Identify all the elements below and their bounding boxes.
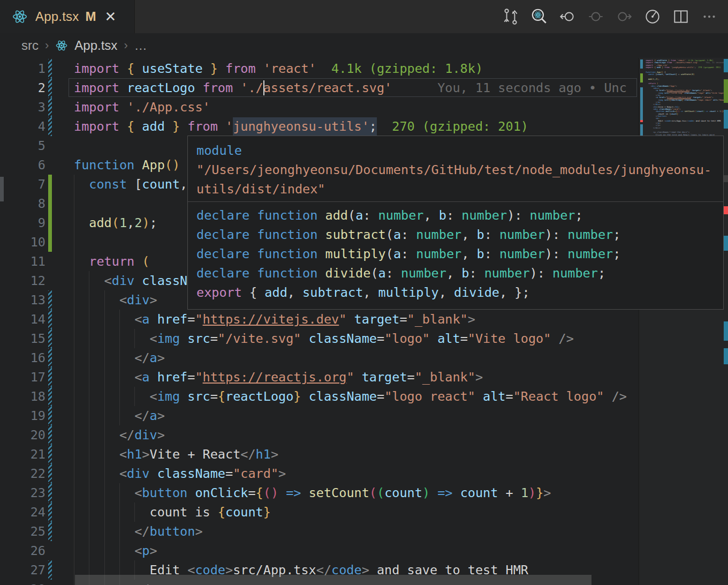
code-line[interactable]: 17 <a href="https://reactjs.org" target=… bbox=[0, 368, 728, 387]
tab-app-tsx[interactable]: App.tsx M ✕ bbox=[0, 0, 135, 33]
indent-guide bbox=[74, 232, 74, 252]
gutter-modified-indicator[interactable] bbox=[48, 78, 52, 98]
compare-changes-icon[interactable] bbox=[502, 8, 520, 26]
horizontal-scrollbar[interactable] bbox=[75, 575, 592, 585]
tab-title: App.tsx bbox=[35, 9, 79, 24]
line-number[interactable]: 11 bbox=[0, 252, 46, 271]
line-number[interactable]: 23 bbox=[0, 483, 46, 502]
gutter-modified-indicator[interactable] bbox=[48, 117, 52, 136]
line-number[interactable]: 1 bbox=[0, 59, 46, 78]
line-number[interactable]: 26 bbox=[0, 541, 46, 560]
react-devtools-search-icon[interactable] bbox=[530, 8, 548, 26]
code-line[interactable]: 4import { add } from 'junghyeonsu-utils'… bbox=[0, 117, 728, 136]
gutter-modified-indicator[interactable] bbox=[48, 483, 52, 502]
line-number[interactable]: 15 bbox=[0, 329, 46, 348]
code-line[interactable]: 25 </button> bbox=[0, 522, 728, 541]
line-number[interactable]: 4 bbox=[0, 117, 46, 136]
close-tab-icon[interactable]: ✕ bbox=[104, 10, 116, 24]
code-line[interactable]: 15 <img src="/vite.svg" className="logo"… bbox=[0, 329, 728, 348]
ruler-mark bbox=[724, 175, 728, 182]
line-number[interactable]: 10 bbox=[0, 232, 46, 252]
code-line[interactable]: 26 <p> bbox=[0, 541, 728, 560]
line-number[interactable]: 24 bbox=[0, 502, 46, 522]
line-number[interactable]: 6 bbox=[0, 155, 46, 175]
tooltip-line: declare function multiply(a: number, b: … bbox=[196, 244, 715, 264]
gutter-modified-indicator[interactable] bbox=[48, 310, 52, 329]
gutter-modified-indicator[interactable] bbox=[48, 329, 52, 348]
code-line[interactable]: 18 <img src={reactLogo} className="logo … bbox=[0, 387, 728, 406]
line-number[interactable]: 9 bbox=[0, 213, 46, 232]
code-text: </div> bbox=[74, 425, 165, 445]
overview-ruler[interactable] bbox=[724, 58, 728, 585]
gutter-modified-indicator[interactable] bbox=[48, 560, 52, 580]
tooltip-line: module bbox=[196, 141, 715, 160]
line-number[interactable]: 28 bbox=[0, 580, 46, 585]
tooltip-line: declare function subtract(a: number, b: … bbox=[196, 225, 715, 244]
line-number[interactable]: 14 bbox=[0, 310, 46, 329]
line-number[interactable]: 7 bbox=[0, 175, 46, 194]
minimap-change-bar bbox=[640, 120, 643, 122]
line-number[interactable]: 25 bbox=[0, 522, 46, 541]
line-number[interactable]: 21 bbox=[0, 445, 46, 464]
gutter-added-indicator[interactable] bbox=[48, 194, 52, 213]
minimap-change-bar bbox=[640, 59, 643, 69]
gutter-modified-indicator[interactable] bbox=[48, 290, 52, 310]
gutter-modified-indicator[interactable] bbox=[48, 98, 52, 117]
code-text: return ( bbox=[74, 252, 150, 271]
line-number[interactable]: 13 bbox=[0, 290, 46, 310]
line-number[interactable]: 3 bbox=[0, 98, 46, 117]
line-number[interactable]: 12 bbox=[0, 271, 46, 290]
step-over-icon[interactable] bbox=[615, 8, 633, 26]
code-line[interactable]: 2import reactLogo from './assets/react.s… bbox=[0, 78, 728, 98]
code-line[interactable]: 16 </a> bbox=[0, 348, 728, 368]
tab-bar: App.tsx M ✕ bbox=[0, 0, 728, 33]
gutter-modified-indicator[interactable] bbox=[48, 502, 52, 522]
breadcrumb-item-symbol[interactable]: … bbox=[134, 38, 147, 53]
gutter-added-indicator[interactable] bbox=[48, 232, 52, 252]
gutter-modified-indicator[interactable] bbox=[48, 425, 52, 445]
gutter-modified-indicator[interactable] bbox=[48, 387, 52, 406]
chevron-right-icon: › bbox=[124, 39, 127, 52]
line-number[interactable]: 20 bbox=[0, 425, 46, 445]
left-sash-handle[interactable] bbox=[0, 177, 4, 201]
code-line[interactable]: 14 <a href="https://vitejs.dev" target="… bbox=[0, 310, 728, 329]
line-number[interactable]: 17 bbox=[0, 368, 46, 387]
code-line[interactable]: 3import './App.css' bbox=[0, 98, 728, 117]
gutter-modified-indicator[interactable] bbox=[48, 464, 52, 483]
line-number[interactable]: 8 bbox=[0, 194, 46, 213]
gutter-modified-indicator[interactable] bbox=[48, 522, 52, 541]
gutter-modified-indicator[interactable] bbox=[48, 368, 52, 387]
line-number[interactable]: 18 bbox=[0, 387, 46, 406]
record-dot-icon[interactable] bbox=[587, 8, 605, 26]
gutter-modified-indicator[interactable] bbox=[48, 445, 52, 464]
profile-timer-icon[interactable] bbox=[643, 8, 662, 26]
code-line[interactable]: 20 </div> bbox=[0, 425, 728, 445]
gutter-modified-indicator[interactable] bbox=[48, 59, 52, 78]
line-number[interactable]: 2 bbox=[0, 78, 46, 98]
code-line[interactable]: 24 count is {count} bbox=[0, 502, 728, 522]
hover-tooltip: module"/Users/jeonghyeonsu/Documents/Git… bbox=[187, 136, 724, 310]
breadcrumb: src › App.tsx › … bbox=[0, 33, 728, 58]
breadcrumb-item-src[interactable]: src bbox=[21, 38, 39, 53]
line-number[interactable]: 22 bbox=[0, 464, 46, 483]
gutter-modified-indicator[interactable] bbox=[48, 406, 52, 425]
breadcrumb-item-file[interactable]: App.tsx bbox=[74, 38, 117, 53]
line-number[interactable]: 5 bbox=[0, 136, 46, 155]
code-text: <a href="https://reactjs.org" target="_b… bbox=[74, 368, 483, 387]
gutter-modified-indicator[interactable] bbox=[48, 348, 52, 368]
gutter-added-indicator[interactable] bbox=[48, 175, 52, 194]
line-number[interactable]: 19 bbox=[0, 406, 46, 425]
code-line[interactable]: 23 <button onClick={() => setCount((coun… bbox=[0, 483, 728, 502]
code-text: import { add } from 'junghyeonsu-utils';… bbox=[74, 117, 528, 136]
gutter-added-indicator[interactable] bbox=[48, 213, 52, 232]
code-line[interactable]: 19 </a> bbox=[0, 406, 728, 425]
step-back-icon[interactable] bbox=[558, 8, 577, 26]
line-number[interactable]: 16 bbox=[0, 348, 46, 368]
split-editor-icon[interactable] bbox=[672, 8, 690, 26]
more-actions-icon[interactable] bbox=[700, 8, 718, 26]
code-line[interactable]: 1import { useState } from 'react' 4.1k (… bbox=[0, 59, 728, 78]
code-line[interactable]: 21 <h1>Vite + React</h1> bbox=[0, 445, 728, 464]
line-number[interactable]: 27 bbox=[0, 560, 46, 580]
code-line[interactable]: 22 <div className="card"> bbox=[0, 464, 728, 483]
ruler-mark bbox=[724, 236, 728, 251]
